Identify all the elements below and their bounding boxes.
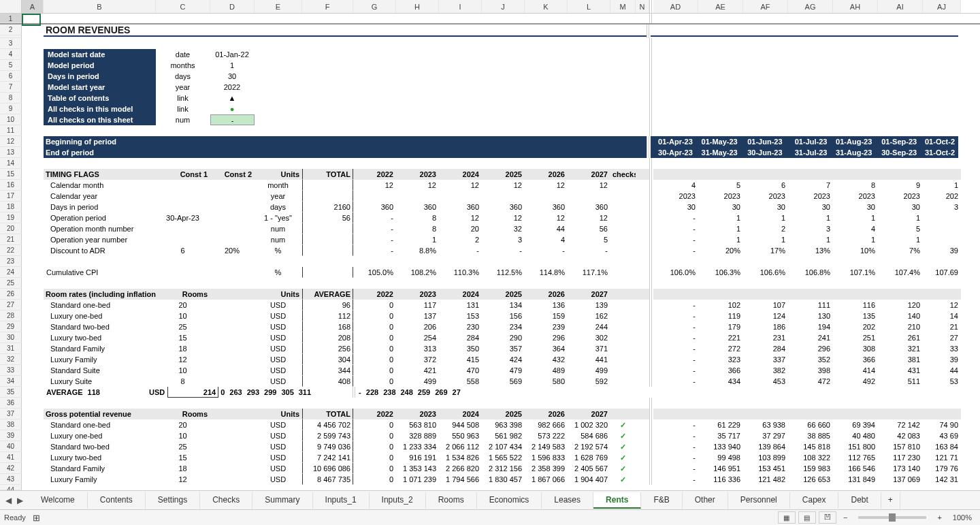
cell[interactable]: 208 [302, 332, 353, 343]
row-header[interactable]: 41 [0, 452, 22, 463]
cell[interactable]: USD [255, 430, 302, 441]
cell[interactable] [353, 191, 396, 202]
column-header[interactable]: L [568, 0, 610, 13]
cell[interactable]: 69 394 [833, 419, 878, 430]
cell[interactable]: 32 [482, 223, 525, 234]
cell[interactable]: USD [255, 365, 302, 376]
cell[interactable]: 12 [439, 212, 482, 223]
cell[interactable]: 424 [482, 354, 525, 365]
cell[interactable]: 364 [525, 343, 568, 354]
column-header[interactable]: AH [833, 0, 878, 13]
cell[interactable]: 453 [743, 376, 788, 387]
cell[interactable]: - [353, 212, 396, 223]
cell[interactable]: 39 [923, 245, 961, 256]
cell[interactable]: 159 [525, 311, 568, 321]
cell[interactable]: 153 [439, 311, 482, 321]
cell[interactable]: 0 [353, 332, 396, 343]
cell[interactable]: 2 [439, 234, 482, 245]
row-header[interactable]: 44 [0, 485, 22, 490]
cell[interactable]: 7 [788, 180, 833, 191]
cell[interactable]: 1 071 239 [396, 474, 439, 485]
cell[interactable]: 139 864 [743, 441, 788, 452]
cell[interactable]: 3 [482, 234, 525, 245]
cell[interactable]: 580 [525, 376, 568, 387]
cell[interactable]: 4 [653, 180, 698, 191]
cell[interactable]: 2 107 434 [482, 441, 525, 452]
cell[interactable]: 470 [439, 365, 482, 376]
cell[interactable]: - [653, 376, 698, 387]
row-header[interactable]: 4 [0, 49, 22, 60]
cell[interactable]: 558 [439, 376, 482, 387]
row-header[interactable]: 7 [0, 82, 22, 93]
cell[interactable]: 944 508 [439, 419, 482, 430]
row-header[interactable]: 28 [0, 311, 22, 321]
select-all-corner[interactable] [0, 0, 22, 13]
cell[interactable]: 414 [833, 365, 878, 376]
cell[interactable]: 1 830 457 [482, 474, 525, 485]
cell[interactable]: 116 [833, 300, 878, 311]
cell[interactable]: 10% [833, 245, 878, 256]
sheet-tab[interactable]: Summary [252, 492, 312, 509]
cell[interactable]: 1 233 334 [396, 441, 439, 452]
sheet-tab[interactable]: Contents [88, 492, 146, 509]
row-header[interactable]: 34 [0, 376, 22, 387]
cell[interactable]: 499 [396, 376, 439, 387]
cell[interactable]: 371 [568, 343, 610, 354]
cell[interactable]: 221 [698, 332, 743, 343]
cell[interactable]: 12 [396, 180, 439, 191]
cell[interactable] [923, 212, 961, 223]
cell[interactable]: 9 749 036 [302, 441, 353, 452]
cell[interactable]: 352 [788, 354, 833, 365]
cell[interactable]: 12 [568, 180, 610, 191]
column-header[interactable]: K [525, 0, 568, 13]
cell[interactable]: 18 [156, 463, 210, 474]
cell[interactable]: 210 [878, 321, 923, 332]
cell[interactable]: 1 [788, 212, 833, 223]
cell[interactable]: 99 498 [698, 452, 743, 463]
cell[interactable]: 133 940 [698, 441, 743, 452]
cell[interactable]: 151 800 [833, 441, 878, 452]
cell[interactable]: 248 [399, 387, 416, 398]
cell[interactable]: - [353, 234, 396, 245]
cell[interactable]: 1 [698, 223, 743, 234]
row-header[interactable]: 43 [0, 474, 22, 485]
cell[interactable]: 10 [156, 311, 210, 321]
cell[interactable]: 61 229 [698, 419, 743, 430]
view-page-break-button[interactable]: 凹 [819, 511, 836, 524]
cell[interactable]: - [653, 452, 698, 463]
cell[interactable]: 106.0% [653, 267, 698, 278]
cell[interactable]: 145 818 [788, 441, 833, 452]
cell[interactable]: 166 546 [833, 463, 878, 474]
cell[interactable]: 0 [353, 441, 396, 452]
tab-next-icon[interactable]: ▶ [14, 496, 26, 505]
cell[interactable]: 323 [698, 354, 743, 365]
cell[interactable]: 1 628 769 [568, 452, 610, 463]
cell[interactable]: 337 [743, 354, 788, 365]
column-header[interactable]: F [302, 0, 353, 13]
sheet-tab[interactable]: Settings [146, 492, 200, 509]
cell[interactable]: 194 [788, 321, 833, 332]
cell[interactable]: 360 [396, 202, 439, 212]
cell[interactable]: 1 [788, 234, 833, 245]
cell[interactable]: 10 696 086 [302, 463, 353, 474]
row-header[interactable]: 29 [0, 321, 22, 332]
sheet-tab[interactable]: Debt [838, 492, 881, 509]
cell[interactable]: year [255, 191, 302, 202]
cell[interactable]: 131 [439, 300, 482, 311]
cell[interactable]: 360 [353, 202, 396, 212]
cell[interactable]: 2 599 743 [302, 430, 353, 441]
cell[interactable]: 284 [743, 343, 788, 354]
cell[interactable]: 20 [156, 300, 210, 311]
cell[interactable]: 12 [156, 474, 210, 485]
cell[interactable]: 120 [878, 300, 923, 311]
cell[interactable]: 21 [923, 321, 961, 332]
cell[interactable] [302, 223, 353, 234]
cell[interactable]: 982 666 [525, 419, 568, 430]
cell[interactable]: 20 [156, 419, 210, 430]
cell[interactable]: 6 [743, 180, 788, 191]
cell[interactable]: 108 322 [788, 452, 833, 463]
column-header[interactable]: B [44, 0, 156, 13]
cell[interactable]: 2023 [653, 191, 698, 202]
cell[interactable]: 360 [568, 202, 610, 212]
cell[interactable]: 112.5% [482, 267, 525, 278]
